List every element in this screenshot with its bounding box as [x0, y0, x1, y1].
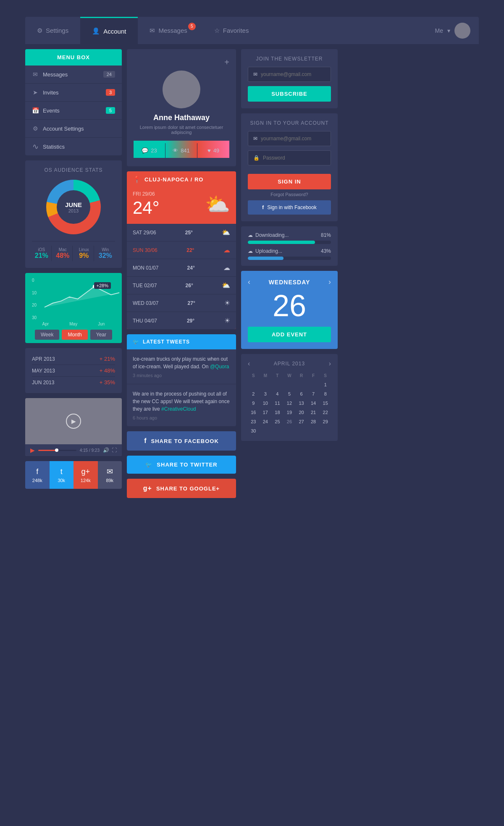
tab-messages[interactable]: ✉ Messages 5: [138, 18, 202, 44]
tweet-2-link[interactable]: #CreativeCloud: [161, 406, 196, 412]
cal-day-15[interactable]: 15: [320, 399, 331, 407]
forgot-password-link[interactable]: Forgot Password?: [248, 192, 331, 197]
volume-icon[interactable]: 🔊: [103, 447, 109, 453]
facebook-count-btn[interactable]: f 248k: [25, 461, 50, 489]
tab-account[interactable]: 👤 Account: [80, 17, 138, 44]
cal-day-5[interactable]: 5: [284, 390, 295, 398]
cal-day-30[interactable]: 30: [248, 427, 259, 435]
share-googleplus-button[interactable]: g+ SHARE TO GOOGLE+: [127, 479, 236, 498]
add-profile-button[interactable]: +: [224, 58, 229, 67]
video-total-time: 9:23: [92, 448, 100, 453]
cal-day-empty10: [296, 427, 307, 435]
menu-item-account-settings[interactable]: ⚙ Account Settings: [25, 120, 122, 138]
cal-day-12[interactable]: 12: [284, 399, 295, 407]
week-button[interactable]: Week: [35, 330, 59, 340]
play-button[interactable]: ▶: [66, 414, 81, 429]
menu-item-statistics[interactable]: ∿ Statistics: [25, 138, 122, 155]
googleplus-count: 124k: [81, 478, 91, 483]
signin-email-input[interactable]: [261, 136, 326, 142]
tweet-1-link[interactable]: @Quora: [210, 364, 229, 370]
facebook-icon: f: [36, 467, 38, 476]
cal-day-23[interactable]: 23: [248, 417, 259, 426]
video-progress-bar[interactable]: [38, 450, 76, 451]
cal-day-24[interactable]: 24: [260, 417, 271, 426]
tab-settings[interactable]: ⚙ Settings: [25, 18, 80, 44]
april-prev-button[interactable]: ‹: [248, 360, 250, 367]
cal-day-26-today[interactable]: 26: [284, 417, 295, 426]
os-stats-title: OS AUDIENCE STATS: [32, 167, 115, 173]
cal-day-27[interactable]: 27: [296, 417, 307, 426]
googleplus-icon: g+: [81, 467, 90, 476]
cal-day-29[interactable]: 29: [320, 417, 331, 426]
user-menu[interactable]: Me ▾: [435, 23, 479, 39]
cal-header-f: F: [308, 372, 319, 380]
views-count: 841: [181, 147, 190, 154]
cal-day-1[interactable]: 1: [320, 380, 331, 389]
profile-avatar: [163, 71, 200, 108]
cal-day-10[interactable]: 10: [260, 399, 271, 407]
menu-statistics-label: Statistics: [43, 144, 65, 150]
share-tw-icon: 🐦: [145, 462, 152, 468]
cal-day-11[interactable]: 11: [272, 399, 283, 407]
upload-header: ☁ Uploading... 43%: [248, 248, 331, 254]
menu-item-events[interactable]: 📅 Events 5: [25, 102, 122, 120]
cal-day-28[interactable]: 28: [308, 417, 319, 426]
os-bars: iOS 21% Mac 48% Linux 9% Win 32%: [32, 241, 115, 261]
cal-day-16[interactable]: 16: [248, 408, 259, 417]
cal-day-13[interactable]: 13: [296, 399, 307, 407]
mon-icon: ☁: [223, 264, 230, 272]
tweets-title: LATEST TWEETS: [143, 339, 190, 345]
ios-label: iOS: [34, 247, 50, 252]
cal-day-22[interactable]: 22: [320, 408, 331, 417]
facebook-count: 248k: [32, 478, 42, 483]
signin-password-input[interactable]: [263, 155, 326, 161]
mac-pct: 48%: [55, 252, 71, 260]
tweet-2-text: We are in the process of pushing out all…: [133, 390, 230, 413]
twitter-count-btn[interactable]: t 30k: [50, 461, 74, 489]
email-count-btn[interactable]: ✉ 89k: [98, 461, 122, 489]
month-stat-jun: JUN 2013 + 35%: [32, 377, 115, 388]
cal-day-17[interactable]: 17: [260, 408, 271, 417]
cal-day-6[interactable]: 6: [296, 390, 307, 398]
calendar-prev-button[interactable]: ‹: [248, 278, 250, 286]
sun-day: SUN 30/06: [133, 247, 158, 253]
cal-day-4[interactable]: 4: [272, 390, 283, 398]
fullscreen-icon[interactable]: ⛶: [112, 447, 117, 453]
menu-item-messages[interactable]: ✉ Messages 24: [25, 66, 122, 84]
share-facebook-button[interactable]: f SHARE TO FACEBOOK: [127, 431, 236, 451]
googleplus-count-btn[interactable]: g+ 124k: [74, 461, 98, 489]
share-twitter-button[interactable]: 🐦 SHARE TO TWITTER: [127, 456, 236, 474]
cal-day-3[interactable]: 3: [260, 390, 271, 398]
facebook-signin-button[interactable]: f Sign in with Facebook: [248, 200, 331, 215]
tab-favorites[interactable]: ☆ Favorites: [202, 18, 261, 44]
cal-day-19[interactable]: 19: [284, 408, 295, 417]
cal-day-8[interactable]: 8: [320, 390, 331, 398]
signin-button[interactable]: SIGN IN: [248, 174, 331, 189]
menu-item-invites[interactable]: ➤ Invites 3: [25, 84, 122, 102]
cal-day-14[interactable]: 14: [308, 399, 319, 407]
newsletter-email-input[interactable]: [261, 71, 326, 77]
april-next-button[interactable]: ›: [329, 360, 331, 367]
sun-icon: ☁: [223, 246, 230, 254]
tue-icon: ⛅: [222, 281, 230, 289]
newsletter-email-field[interactable]: ✉: [248, 67, 331, 82]
subscribe-button[interactable]: SUBSCRIBE: [248, 86, 331, 102]
cal-day-21[interactable]: 21: [308, 408, 319, 417]
cal-day-7[interactable]: 7: [308, 390, 319, 398]
download-icon: ☁: [248, 232, 253, 238]
tweets-header: 🐦 LATEST TWEETS: [127, 334, 236, 349]
year-button[interactable]: Year: [90, 330, 112, 340]
cal-day-2[interactable]: 2: [248, 390, 259, 398]
cal-day-9[interactable]: 9: [248, 399, 259, 407]
signin-password-field[interactable]: 🔒: [248, 150, 331, 165]
calendar-next-button[interactable]: ›: [328, 278, 331, 286]
cal-day-18[interactable]: 18: [272, 408, 283, 417]
cal-day-20[interactable]: 20: [296, 408, 307, 417]
month-button[interactable]: Month: [62, 330, 87, 340]
profile-stats-bar: 💬 23 👁 841 ♥ 49: [134, 141, 229, 158]
x-label-may: May: [69, 322, 77, 326]
cal-day-25[interactable]: 25: [272, 417, 283, 426]
add-event-button[interactable]: ADD EVENT: [248, 327, 331, 342]
play-icon[interactable]: ▶: [30, 447, 35, 454]
signin-email-field[interactable]: ✉: [248, 131, 331, 146]
